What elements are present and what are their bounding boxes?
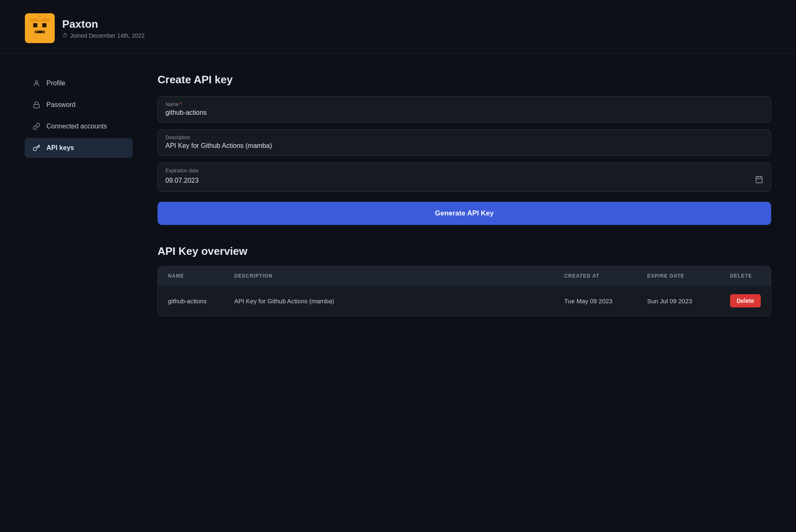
expiration-form-group: Expiration date — [158, 162, 771, 192]
main-layout: Profile Password Conne — [0, 53, 796, 532]
name-input[interactable] — [165, 109, 763, 116]
th-delete: DELETE — [720, 266, 771, 286]
sidebar-label-password: Password — [46, 101, 75, 109]
table-body: github-actions API Key for Github Action… — [158, 286, 771, 316]
avatar — [25, 13, 55, 43]
table-header: NAME DESCRIPTION CREATED AT EXPIRE DATE … — [158, 266, 771, 286]
generate-api-key-button[interactable]: Generate API Key — [158, 202, 771, 225]
expiration-field: Expiration date — [158, 162, 771, 192]
svg-rect-5 — [42, 31, 44, 32]
delete-button[interactable]: Delete — [730, 294, 761, 307]
table-row: github-actions API Key for Github Action… — [158, 286, 771, 316]
api-key-overview-title: API Key overview — [158, 245, 771, 258]
th-created-at: CREATED AT — [554, 266, 637, 286]
sidebar-item-connected-accounts[interactable]: Connected accounts — [25, 116, 133, 136]
svg-point-9 — [35, 81, 38, 83]
content-area: Create API key Name * Description — [158, 73, 771, 512]
key-icon — [32, 144, 41, 152]
td-delete: Delete — [720, 286, 771, 316]
td-description: API Key for Github Actions (mamba) — [224, 286, 554, 316]
link-icon — [32, 122, 41, 131]
name-label: Name * — [165, 102, 763, 107]
name-required: * — [180, 102, 182, 107]
clock-icon: ⏱ — [62, 32, 68, 39]
api-key-table-container: NAME DESCRIPTION CREATED AT EXPIRE DATE … — [158, 266, 771, 316]
description-input[interactable] — [165, 142, 763, 150]
avatar-image — [25, 13, 55, 43]
sidebar-item-password[interactable]: Password — [25, 95, 133, 115]
sidebar-label-profile: Profile — [46, 80, 65, 87]
create-api-key-title: Create API key — [158, 73, 771, 86]
sidebar: Profile Password Conne — [25, 73, 133, 512]
date-field-wrapper — [165, 175, 763, 186]
header-info: Paxton ⏱ Joined December 14th, 2022 — [62, 18, 145, 39]
svg-rect-12 — [756, 177, 762, 183]
username: Paxton — [62, 18, 145, 31]
person-icon — [32, 79, 41, 87]
calendar-icon — [755, 175, 763, 186]
td-expire-date: Sun Jul 09 2023 — [637, 286, 720, 316]
svg-rect-1 — [33, 23, 37, 27]
page-container: Paxton ⏱ Joined December 14th, 2022 Prof… — [0, 0, 796, 532]
description-form-group: Description — [158, 129, 771, 156]
svg-rect-2 — [42, 23, 46, 27]
description-field: Description — [158, 129, 771, 156]
expiration-label: Expiration date — [165, 168, 763, 174]
joined-date: ⏱ Joined December 14th, 2022 — [62, 32, 145, 39]
svg-rect-10 — [34, 104, 39, 108]
td-created-at: Tue May 09 2023 — [554, 286, 637, 316]
header: Paxton ⏱ Joined December 14th, 2022 — [0, 0, 796, 53]
name-form-group: Name * — [158, 96, 771, 123]
svg-rect-4 — [36, 31, 37, 32]
sidebar-item-profile[interactable]: Profile — [25, 73, 133, 93]
lock-icon — [32, 101, 41, 109]
td-name: github-actions — [158, 286, 224, 316]
th-name: NAME — [158, 266, 224, 286]
sidebar-label-api-keys: API keys — [46, 144, 74, 152]
sidebar-label-connected-accounts: Connected accounts — [46, 123, 107, 130]
description-label: Description — [165, 135, 763, 140]
svg-rect-8 — [37, 17, 42, 20]
name-field: Name * — [158, 96, 771, 123]
th-expire-date: EXPIRE DATE — [637, 266, 720, 286]
expiration-input[interactable] — [165, 177, 248, 184]
th-description: DESCRIPTION — [224, 266, 554, 286]
api-key-table: NAME DESCRIPTION CREATED AT EXPIRE DATE … — [158, 266, 771, 316]
sidebar-item-api-keys[interactable]: API keys — [25, 138, 133, 158]
